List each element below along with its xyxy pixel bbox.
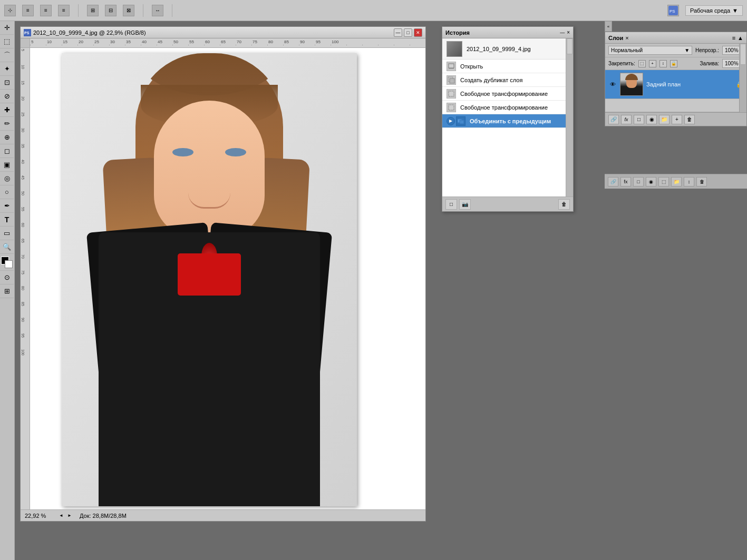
tool-heal[interactable]: ✚ [0,103,14,117]
fill-label: Залива: [700,61,719,66]
history-item-icon-1 [447,75,456,85]
window-minimize-btn[interactable]: — [394,28,402,37]
tool-gradient[interactable]: ▣ [0,158,14,172]
history-snapshot[interactable]: 2012_10_09_9999_4.jpg [442,38,573,60]
tool-eyedropper[interactable]: ⊘ [0,90,14,103]
adj-folder-btn[interactable]: 📁 [671,177,682,186]
layer-mask-btn[interactable]: □ [634,115,644,124]
tool-magic-wand[interactable]: ✦ [0,62,14,76]
history-item-2[interactable]: Свободное трансформирование [442,87,573,101]
history-create-document-btn[interactable]: 📷 [459,199,471,210]
layer-adjustment-row: 🔗 fx □ ◉ ⬚ 📁 ↕ 🗑 [605,174,747,189]
tool-lasso[interactable]: ⌒ [0,48,14,62]
layer-visibility-toggle[interactable]: 👁 [608,80,617,89]
history-item-name-1: Создать дубликат слоя [460,77,522,83]
layers-expand-icon[interactable]: ▲ [738,35,743,41]
tool-dodge[interactable]: ○ [0,185,14,199]
layer-thumbnail [620,73,643,96]
layers-scrollbar[interactable] [739,44,746,112]
history-new-snapshot-btn[interactable]: □ [445,199,457,210]
tool-text[interactable]: T [0,213,14,227]
layers-scroll-thumb[interactable] [740,44,746,65]
workspace-dropdown[interactable]: Рабочая среда ▼ [685,5,743,16]
history-scrollbar[interactable] [566,38,573,197]
adj-mask-btn[interactable]: □ [633,177,644,186]
canvas-area: PS 2012_10_09_9999_4.jpg @ 22,9% (RGB/8)… [15,21,605,560]
toolbar-align3[interactable]: ≡ [58,5,70,16]
layer-link-btn[interactable]: 🔗 [608,115,619,124]
layer-group-btn[interactable]: 📁 [659,115,670,124]
adj-fx-btn[interactable]: fx [620,177,631,186]
layer-new-btn[interactable]: + [672,115,682,124]
tool-fg-bg-color[interactable] [0,254,14,271]
zoom-level: 22,92 % [25,513,51,519]
toolbar-extra[interactable]: ↔ [152,5,163,16]
svg-text:PS: PS [670,9,675,14]
history-item-4[interactable]: ▶ Объединить с предыдущим [442,114,573,128]
adj-link-btn[interactable]: 🔗 [608,177,618,186]
toolbar-ps-icon[interactable]: PS [667,5,679,16]
history-scroll-thumb[interactable] [567,38,573,54]
nav-prev-btn[interactable]: ◄ [57,512,65,519]
history-panel-close[interactable]: × [567,30,570,35]
toolbar-move-tool[interactable]: ⊹ [4,5,16,16]
lock-icon-pixels[interactable]: ⬚ [638,60,646,67]
tool-quick-mask[interactable]: ⊙ [0,271,14,284]
tool-select[interactable]: ⬚ [0,35,14,48]
layer-mode-dropdown[interactable]: Нормальный ▼ [608,46,692,55]
lock-icon-position[interactable]: + [649,60,656,67]
layers-panel-options[interactable]: ≡ [732,35,735,41]
toolbar-distribute3[interactable]: ⊠ [123,5,134,16]
tool-blur[interactable]: ◎ [0,172,14,185]
window-maximize-btn[interactable]: □ [404,28,412,37]
history-item-3[interactable]: Свободное трансформирование [442,101,573,114]
tool-eraser[interactable]: ◻ [0,144,14,158]
toolbar-distribute[interactable]: ⊞ [87,5,99,16]
adj-arrows-btn[interactable]: ↕ [684,177,694,186]
nav-next-btn[interactable]: ► [66,512,73,519]
svg-text:PS: PS [24,31,30,35]
tool-move[interactable]: ✛ [0,21,14,35]
toolbar-align2[interactable]: ≡ [40,5,52,16]
tool-crop[interactable]: ⊡ [0,76,14,90]
separator-1 [78,4,79,17]
history-item-0[interactable]: Открыть [442,60,573,73]
panel-collapse-btn[interactable]: « [605,21,612,32]
tool-zoom[interactable]: 🔍 [0,240,14,254]
lock-icon-all[interactable]: 🔒 [670,60,677,67]
toolbar-align[interactable]: ≡ [22,5,34,16]
left-tools-panel: ✛ ⬚ ⌒ ✦ ⊡ ⊘ ✚ ✏ ⊕ ◻ ▣ ◎ ○ ✒ T ▭ 🔍 ⊙ ⊞ [0,21,15,560]
svg-rect-16 [460,120,464,124]
adj-circle-btn[interactable]: ◉ [646,177,656,186]
history-item-1[interactable]: Создать дубликат слоя [442,73,573,87]
top-toolbar: ⊹ ≡ ≡ ≡ ⊞ ⊟ ⊠ ↔ PS Рабочая среда ▼ [0,0,747,21]
history-delete-btn[interactable]: 🗑 [558,199,570,210]
adj-trash-btn[interactable]: 🗑 [696,177,707,186]
history-panel-titlebar: История — × [442,27,573,38]
history-panel-bottom: □ 📷 🗑 [442,197,573,211]
layer-delete-btn[interactable]: 🗑 [684,115,695,124]
lock-icon-artboards[interactable]: ↕ [659,60,667,67]
history-item-icon-0 [447,62,456,71]
window-close-btn[interactable]: ✕ [414,28,422,37]
person-red-top [178,253,241,296]
tool-clone[interactable]: ⊕ [0,131,14,144]
window-controls: — □ ✕ [394,28,422,37]
history-panel-options[interactable]: — [560,30,565,35]
layers-panel: Слои × ≡ ▲ Нормальный ▼ Непрозр.: 100% З… [605,32,747,126]
tool-screen-mode[interactable]: ⊞ [0,284,14,298]
layers-panel-close[interactable]: × [625,35,628,41]
tool-brush[interactable]: ✏ [0,117,14,131]
workspace-dropdown-arrow: ▼ [732,7,738,14]
toolbar-distribute2[interactable]: ⊟ [105,5,117,16]
layer-fx-btn[interactable]: fx [621,115,632,124]
adj-rect-btn[interactable]: ⬚ [658,177,669,186]
ruler-horizontal: 5 10 15 20 25 30 35 40 45 50 55 60 65 70… [30,38,425,48]
layer-item-0[interactable]: 👁 Задний план 🔒 [605,70,746,99]
layer-adjustment-btn[interactable]: ◉ [646,115,657,124]
photo-canvas [62,53,357,506]
tool-shape[interactable]: ▭ [0,227,14,240]
tool-pen[interactable]: ✒ [0,199,14,213]
history-item-name-0: Открыть [460,63,483,70]
history-item-name-4: Объединить с предыдущим [470,118,551,124]
